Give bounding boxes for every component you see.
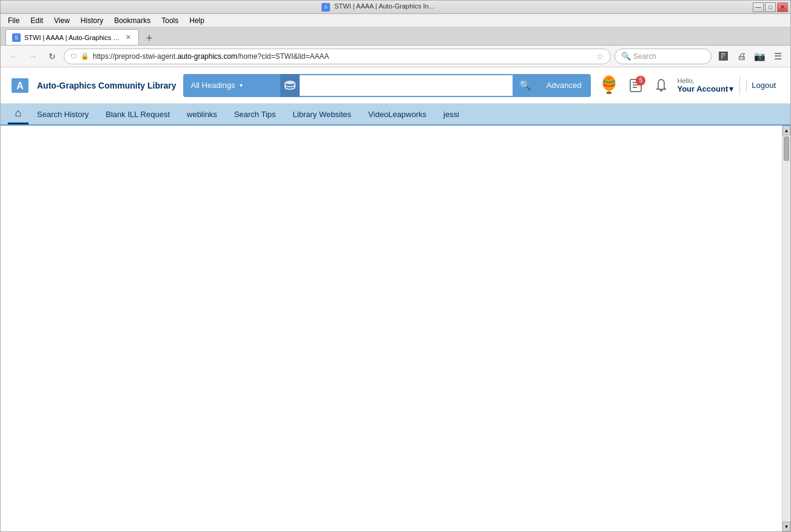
address-bar-input[interactable]: 🛡 🔒 https://preprod-stwi-agent.auto-grap…	[64, 49, 611, 64]
scroll-up-button[interactable]: ▲	[783, 126, 790, 135]
nav-home-button[interactable]: ⌂	[8, 104, 29, 124]
menu-history[interactable]: History	[76, 15, 108, 26]
menu-edit[interactable]: Edit	[25, 15, 48, 26]
screenshot-button[interactable]: 📷	[752, 49, 767, 64]
search-icon: 🔍	[621, 52, 631, 61]
nav-jessi[interactable]: jessi	[435, 104, 468, 124]
app-logo-area: A Auto-Graphics Community Library	[10, 76, 176, 95]
browser-menu-button[interactable]: ☰	[770, 49, 786, 64]
menu-file[interactable]: File	[3, 15, 24, 26]
lock-icon: 🔒	[81, 52, 89, 60]
tab-bar: S STWI | AAAA | Auto-Graphics In... ✕ +	[1, 27, 790, 45]
maximize-button[interactable]: □	[765, 2, 776, 12]
menu-tools[interactable]: Tools	[157, 15, 183, 26]
tab-favicon: S	[12, 33, 21, 42]
heading-select-dropdown[interactable]: All Headings ▾	[183, 74, 280, 97]
bell-button[interactable]	[651, 76, 671, 95]
browser-toolbar-icons: 🅿 🖨 📷 ☰	[715, 49, 786, 64]
bookmark-star-icon[interactable]: ☆	[596, 52, 604, 61]
home-icon: ⌂	[15, 107, 22, 120]
menu-bookmarks[interactable]: Bookmarks	[109, 15, 155, 26]
document-badge: 5	[636, 76, 645, 86]
balloon-icon	[598, 75, 620, 96]
scrollbar-thumb[interactable]	[784, 136, 789, 161]
url-text: https://preprod-stwi-agent.auto-graphics…	[93, 52, 590, 61]
shield-icon: 🛡	[70, 53, 77, 60]
search-container: All Headings ▾ 🔍 Advanced	[183, 74, 591, 97]
menu-bar: File Edit View History Bookmarks Tools H…	[1, 14, 790, 27]
app-header: A Auto-Graphics Community Library All He…	[1, 67, 790, 104]
document-list-button[interactable]: 5	[626, 76, 645, 95]
heading-select-label: All Headings	[190, 81, 235, 90]
search-icon: 🔍	[519, 79, 531, 91]
header-divider	[739, 76, 740, 95]
scroll-down-button[interactable]: ▼	[783, 522, 790, 531]
window-controls: — □ ✕	[753, 2, 788, 12]
tab-title: STWI | AAAA | Auto-Graphics In...	[24, 34, 120, 41]
nav-weblinks[interactable]: weblinks	[178, 104, 226, 124]
filter-icon[interactable]	[280, 74, 300, 97]
nav-blank-ill-request[interactable]: Blank ILL Request	[97, 104, 178, 124]
app-logo-icon: A	[10, 76, 30, 95]
menu-view[interactable]: View	[49, 15, 75, 26]
scrollbar[interactable]: ▲ ▼	[782, 126, 790, 531]
account-section: Hello, Your Account ▾	[677, 77, 733, 93]
nav-bar: ⌂ Search History Blank ILL Request webli…	[1, 104, 790, 126]
close-button[interactable]: ✕	[777, 2, 788, 12]
refresh-button[interactable]: ↻	[44, 49, 60, 64]
nav-search-tips[interactable]: Search Tips	[226, 104, 284, 124]
advanced-search-button[interactable]: Advanced	[537, 74, 591, 97]
menu-help[interactable]: Help	[184, 15, 209, 26]
pocket-button[interactable]: 🅿	[715, 49, 731, 64]
search-button[interactable]: 🔍	[514, 74, 537, 97]
hello-text: Hello,	[677, 77, 733, 84]
minimize-button[interactable]: —	[753, 2, 764, 12]
window-title: S STWI | AAAA | Auto-Graphics In...	[3, 2, 753, 12]
app-content: A Auto-Graphics Community Library All He…	[1, 67, 790, 531]
tab-close-button[interactable]: ✕	[124, 33, 132, 42]
tab-favicon-small: S	[321, 3, 330, 12]
address-bar: ← → ↻ 🛡 🔒 https://preprod-stwi-agent.aut…	[1, 45, 790, 67]
account-link[interactable]: Your Account ▾	[677, 84, 733, 93]
nav-videoleapworks[interactable]: VideoLeapworks	[360, 104, 435, 124]
title-bar: S STWI | AAAA | Auto-Graphics In... — □ …	[1, 1, 790, 14]
account-chevron-icon: ▾	[729, 84, 733, 93]
forward-button[interactable]: →	[25, 49, 41, 64]
svg-rect-5	[607, 92, 611, 94]
logo-icon-svg: A	[10, 76, 30, 95]
browser-search-box[interactable]: 🔍 Search	[614, 49, 712, 64]
logout-button[interactable]: Logout	[746, 79, 781, 92]
nav-search-history[interactable]: Search History	[29, 104, 97, 124]
bell-icon	[654, 78, 668, 93]
new-tab-button[interactable]: +	[141, 32, 157, 45]
browser-search-placeholder: Search	[633, 52, 656, 61]
svg-text:A: A	[16, 81, 24, 91]
svg-point-2	[285, 81, 295, 84]
nav-library-websites[interactable]: Library Websites	[284, 104, 360, 124]
app-header-right: 5 Hello, Your Account ▾	[598, 75, 781, 96]
app-title: Auto-Graphics Community Library	[37, 81, 176, 90]
print-button[interactable]: 🖨	[733, 49, 749, 64]
active-tab[interactable]: S STWI | AAAA | Auto-Graphics In... ✕	[5, 29, 139, 45]
scrollbar-track[interactable]	[783, 135, 790, 522]
chevron-down-icon: ▾	[240, 82, 243, 89]
search-input[interactable]	[300, 74, 513, 97]
main-content	[1, 126, 782, 531]
back-button[interactable]: ←	[5, 49, 21, 64]
content-area: ▲ ▼	[1, 126, 790, 531]
